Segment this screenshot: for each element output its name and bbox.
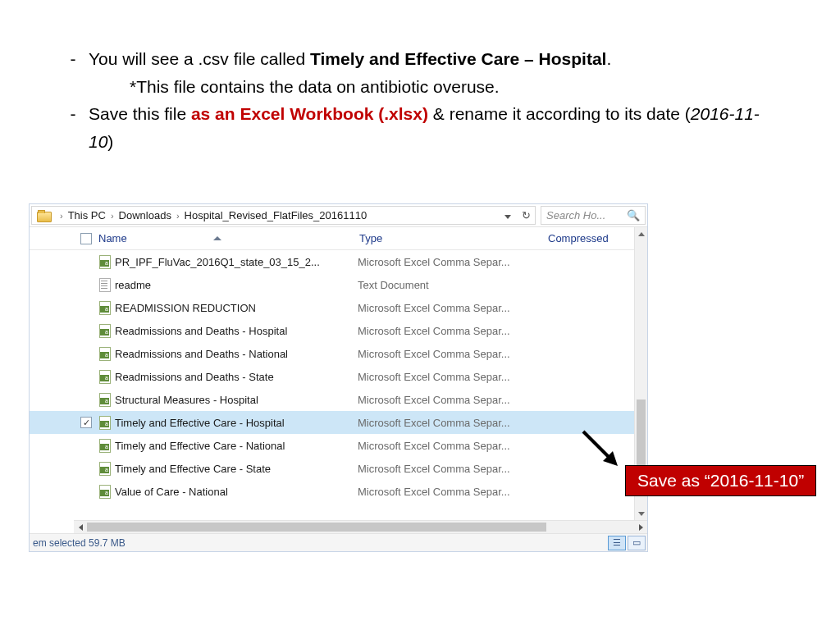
column-header-name[interactable]: Name xyxy=(98,232,359,244)
csv-file-icon xyxy=(98,370,112,383)
file-row[interactable]: Timely and Effective Care - StateMicroso… xyxy=(30,457,634,480)
explorer-window: › This PC › Downloads › Hospital_Revised… xyxy=(29,203,648,552)
address-bar[interactable]: › This PC › Downloads › Hospital_Revised… xyxy=(31,206,536,225)
chevron-right-icon: › xyxy=(111,211,114,221)
file-type: Text Document xyxy=(358,279,545,291)
search-input[interactable]: Search Ho... 🔍 xyxy=(541,206,646,225)
instr-line1-bold: Timely and Effective Care – Hospital xyxy=(310,49,606,68)
csv-file-icon xyxy=(98,347,112,360)
file-type: Microsoft Excel Comma Separ... xyxy=(358,440,545,452)
file-name: Readmissions and Deaths - National xyxy=(115,348,358,360)
file-row[interactable]: READMISSION REDUCTIONMicrosoft Excel Com… xyxy=(30,296,634,319)
instr-line3-pre: Save this file xyxy=(89,104,191,123)
file-row[interactable]: PR_IPF_FluVac_2016Q1_state_03_15_2...Mic… xyxy=(30,250,634,273)
scroll-left-icon[interactable] xyxy=(74,524,87,531)
select-all-checkbox[interactable] xyxy=(80,233,92,244)
csv-file-icon xyxy=(98,485,112,498)
bullet-dash: - xyxy=(57,45,89,100)
csv-file-icon xyxy=(98,439,112,452)
file-type: Microsoft Excel Comma Separ... xyxy=(358,463,545,475)
chevron-right-icon: › xyxy=(60,211,63,221)
column-header-compressed[interactable]: Compressed xyxy=(548,232,609,244)
file-type: Microsoft Excel Comma Separ... xyxy=(358,371,545,383)
file-row[interactable]: Structural Measures - HospitalMicrosoft … xyxy=(30,388,634,411)
bullet-dash: - xyxy=(57,100,89,155)
file-type: Microsoft Excel Comma Separ... xyxy=(358,348,545,360)
scroll-hthumb[interactable] xyxy=(87,523,546,532)
status-text: em selected 59.7 MB xyxy=(33,537,126,549)
scroll-down-icon[interactable] xyxy=(635,507,647,520)
csv-file-icon xyxy=(98,393,112,406)
horizontal-scrollbar[interactable] xyxy=(74,520,647,533)
breadcrumb-downloads[interactable]: Downloads xyxy=(119,209,171,221)
file-type: Microsoft Excel Comma Separ... xyxy=(358,325,545,337)
breadcrumb-this-pc[interactable]: This PC xyxy=(68,209,106,221)
sort-ascending-icon xyxy=(213,231,221,243)
address-bar-row: › This PC › Downloads › Hospital_Revised… xyxy=(30,204,647,227)
instr-line3-end: ) xyxy=(107,132,113,151)
folder-icon xyxy=(37,209,52,222)
file-row[interactable]: Readmissions and Deaths - HospitalMicros… xyxy=(30,319,634,342)
text-file-icon xyxy=(98,278,112,291)
csv-file-icon xyxy=(98,462,112,475)
file-name: Readmissions and Deaths - Hospital xyxy=(115,325,358,337)
instr-line1-pre: You will see a .csv file called xyxy=(89,49,310,68)
csv-file-icon xyxy=(98,324,112,337)
csv-file-icon xyxy=(98,301,112,314)
file-name: Timely and Effective Care - National xyxy=(115,440,358,452)
instr-line3-red: as an Excel Workbook (.xlsx) xyxy=(191,104,428,123)
annotation-callout: Save as “2016-11-10” xyxy=(625,465,816,496)
file-name: Readmissions and Deaths - State xyxy=(115,371,358,383)
csv-file-icon xyxy=(98,255,112,268)
file-name: Timely and Effective Care - State xyxy=(115,463,358,475)
csv-file-icon xyxy=(98,416,112,429)
file-row[interactable]: Readmissions and Deaths - NationalMicros… xyxy=(30,342,634,365)
annotation-arrow xyxy=(578,427,626,474)
file-row[interactable]: Timely and Effective Care - NationalMicr… xyxy=(30,434,634,457)
file-type: Microsoft Excel Comma Separ... xyxy=(358,302,545,314)
file-checkbox[interactable]: ✓ xyxy=(80,417,92,428)
search-placeholder: Search Ho... xyxy=(546,209,605,221)
file-name: PR_IPF_FluVac_2016Q1_state_03_15_2... xyxy=(115,256,358,268)
instr-line3-post: & rename it according to its date ( xyxy=(428,104,691,123)
refresh-icon[interactable] xyxy=(517,209,535,221)
breadcrumb-folder[interactable]: Hospital_Revised_FlatFiles_20161110 xyxy=(185,209,368,221)
column-headers: Name Type Compressed xyxy=(30,227,647,250)
view-details-icon[interactable]: ☰ xyxy=(608,536,626,550)
file-name: readme xyxy=(115,279,358,291)
file-row[interactable]: Value of Care - NationalMicrosoft Excel … xyxy=(30,480,634,503)
file-name: Value of Care - National xyxy=(115,486,358,498)
file-list: PR_IPF_FluVac_2016Q1_state_03_15_2...Mic… xyxy=(30,250,634,520)
file-type: Microsoft Excel Comma Separ... xyxy=(358,417,545,429)
file-type: Microsoft Excel Comma Separ... xyxy=(358,394,545,406)
column-header-type[interactable]: Type xyxy=(359,232,548,244)
file-row[interactable]: ✓Timely and Effective Care - HospitalMic… xyxy=(30,411,634,434)
file-row[interactable]: readmeText Document xyxy=(30,273,634,296)
file-type: Microsoft Excel Comma Separ... xyxy=(358,256,545,268)
file-name: Timely and Effective Care - Hospital xyxy=(115,417,358,429)
instruction-block: - You will see a .csv file called Timely… xyxy=(57,45,771,155)
file-row[interactable]: Readmissions and Deaths - StateMicrosoft… xyxy=(30,365,634,388)
column-name-label: Name xyxy=(98,232,127,244)
instr-line1-post: . xyxy=(606,49,611,68)
scroll-up-icon[interactable] xyxy=(635,227,647,240)
status-bar: em selected 59.7 MB ☰ ▭ xyxy=(30,533,647,551)
chevron-right-icon: › xyxy=(176,211,180,221)
view-large-icon[interactable]: ▭ xyxy=(628,536,646,550)
file-name: Structural Measures - Hospital xyxy=(115,394,358,406)
search-icon: 🔍 xyxy=(627,209,640,221)
file-type: Microsoft Excel Comma Separ... xyxy=(358,486,545,498)
file-name: READMISSION REDUCTION xyxy=(115,302,358,314)
instr-line2: *This file contains the data on antibiot… xyxy=(130,73,771,101)
scroll-right-icon[interactable] xyxy=(634,524,647,531)
chevron-down-icon[interactable] xyxy=(499,211,517,221)
